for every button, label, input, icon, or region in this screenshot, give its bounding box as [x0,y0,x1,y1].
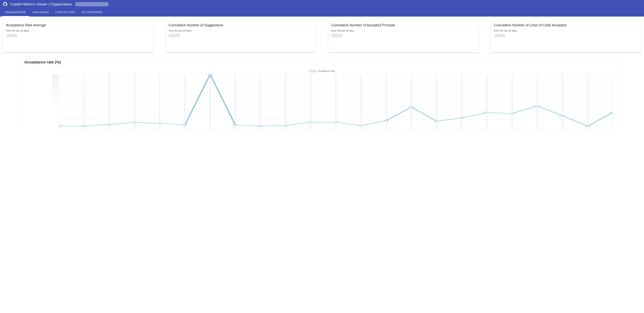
metric-cards-row: Acceptance Rate Average Over the last 28… [0,16,644,55]
card-subtitle: Over the last 28 days [169,29,313,32]
chart-plot [59,74,613,130]
svg-point-41 [309,122,313,123]
svg-point-49 [510,113,514,114]
svg-point-46 [435,120,438,122]
chart-panel-acceptance-rate: Acceptance rate (%) Acceptance Rate [21,57,623,130]
svg-point-48 [485,112,489,113]
svg-point-31 [59,126,61,126]
svg-point-52 [586,126,590,126]
svg-point-42 [334,122,338,123]
svg-point-44 [384,120,388,121]
card-subtitle: Over the last 28 days [331,29,476,32]
svg-point-50 [536,106,539,106]
svg-point-34 [133,122,136,123]
chart-legend[interactable]: Acceptance Rate [24,70,620,72]
app-title: Copilot Metrics Viewer | Organization : [10,2,108,6]
svg-point-51 [560,115,564,116]
card-subtitle: Over the last 28 days [494,29,638,32]
svg-point-53 [611,112,613,113]
card-acceptance-rate-average: Acceptance Rate Average Over the last 28… [3,19,153,52]
app-title-text: Copilot Metrics Viewer | Organization : [10,2,74,6]
svg-point-38 [233,124,237,126]
card-title: Cumulative Number of Lines of Code Accep… [494,23,638,28]
card-value-redacted [169,34,180,37]
tab-label: LANGUAGES [32,11,49,14]
github-icon [3,2,7,6]
org-name-redacted [75,2,108,6]
card-title: Cumulative Number of Accepted Prompts [331,23,476,28]
svg-point-36 [183,124,187,126]
svg-point-43 [359,125,363,126]
svg-point-32 [82,126,86,126]
card-title: Cumulative Number of Suggestions [169,23,313,28]
legend-swatch-icon [309,70,316,72]
card-cumulative-suggestions: Cumulative Number of Suggestions Over th… [166,19,316,52]
svg-point-37 [208,74,212,75]
svg-point-33 [108,124,111,125]
legend-label: Acceptance Rate [318,70,335,72]
svg-point-39 [258,126,262,126]
tab-label: ORGANIZATION [5,11,26,14]
y-axis-redacted [52,74,58,106]
card-value-redacted [331,34,342,37]
tab-copilot-chat[interactable]: COPILOT CHAT [52,8,78,16]
tab-api-response[interactable]: API RESPONSE [78,8,105,16]
svg-point-47 [460,117,464,118]
tabs: ORGANIZATION LANGUAGES COPILOT CHAT API … [0,8,644,16]
card-cumulative-lines-accepted: Cumulative Number of Lines of Code Accep… [491,19,642,52]
card-title: Acceptance Rate Average [6,23,150,28]
tab-organization[interactable]: ORGANIZATION [2,8,29,16]
app-bar: Copilot Metrics Viewer | Organization : … [0,0,644,16]
svg-point-40 [284,125,288,126]
card-value-redacted [494,34,505,37]
tab-languages[interactable]: LANGUAGES [29,8,52,16]
card-cumulative-accepted-prompts: Cumulative Number of Accepted Prompts Ov… [328,19,479,52]
tab-label: API RESPONSE [82,11,102,14]
app-bar-title-row: Copilot Metrics Viewer | Organization : [0,0,644,8]
svg-point-45 [410,106,414,108]
card-subtitle: Over the last 28 days [6,29,150,32]
card-value-redacted [6,34,17,37]
chart-title: Acceptance rate (%) [24,60,620,64]
svg-point-35 [158,123,162,124]
chart-area [24,74,620,130]
tab-label: COPILOT CHAT [56,11,76,14]
